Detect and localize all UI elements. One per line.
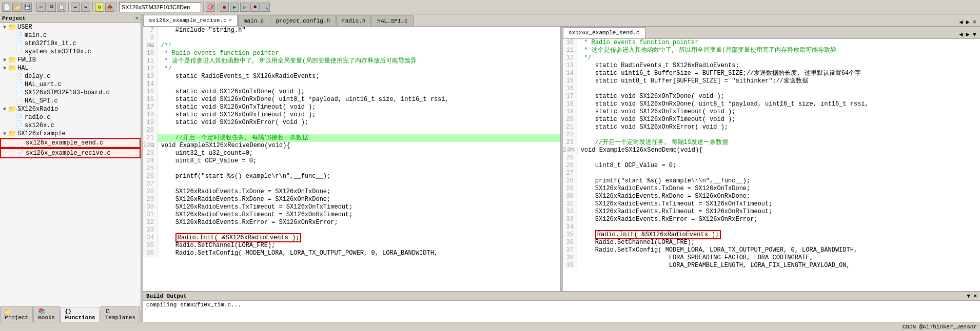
tree-item[interactable]: 📄radio.c — [0, 113, 141, 121]
line-content[interactable]: */ — [158, 65, 560, 73]
editor1-tab-sx126x_example_recive_c[interactable]: sx126x_example_recive.c× — [143, 15, 238, 26]
left-panel-tab-project[interactable]: 📁 Project — [0, 306, 33, 322]
line-content[interactable]: * 这个是传参进入其他函数中了, 所以用全局变量(局部变量使用完了内存释放后可能… — [577, 47, 980, 54]
tree-expand[interactable]: ▼ — [1, 25, 8, 30]
tree-item[interactable]: 📄stm32f10x_it.c — [0, 39, 141, 48]
line-content[interactable]: SX126xRadioEvents.TxDone = SX126xOnTxDon… — [158, 188, 560, 196]
tree-expand[interactable]: ▼ — [1, 107, 8, 112]
line-content[interactable]: * Radio events function pointer — [158, 50, 560, 57]
toolbar-icon-redo[interactable]: ↪ — [81, 3, 90, 12]
line-content[interactable]: void ExampleSX126xReciveDemo(void){ — [158, 142, 560, 150]
line-content[interactable]: SX126xRadioEvents.RxTimeout = SX126xOnRx… — [158, 211, 560, 219]
line-content[interactable]: static void SX126xOnRxTimeout( void ); — [158, 111, 560, 119]
line-content[interactable] — [577, 85, 980, 93]
line-content[interactable]: printf("start %s() example\r\n",__func__… — [577, 177, 980, 185]
line-content[interactable]: Radio.Init( &SX126xRadioEvents ); — [158, 234, 560, 242]
line-content[interactable]: SX126xRadioEvents.RxDone = SX126xOnRxDon… — [158, 196, 560, 203]
line-content[interactable]: LORA_PREAMBLE_LENGTH, LORA_FIX_LENGTH_PA… — [577, 262, 980, 270]
tree-expand[interactable]: ▼ — [1, 57, 8, 63]
tab-scroll-left[interactable]: ◄ — [957, 19, 964, 26]
editor1-tab-radio_h[interactable]: radio.h — [336, 15, 371, 26]
line-content[interactable]: static void SX126xOnTxTimeout( void ); — [577, 108, 980, 116]
line-content[interactable]: uint8_t OCP_Value = 0; — [577, 162, 980, 170]
toolbar-icon-copy[interactable]: ⧉ — [47, 3, 56, 12]
tree-item[interactable]: 📄SX126xSTM32F103-board.c — [0, 89, 141, 97]
line-content[interactable] — [158, 180, 560, 188]
editor1-tab-hal_spi_c[interactable]: HAL_SPI.c — [371, 15, 413, 26]
line-content[interactable]: SX126xRadioEvents.RxError = SX126xOnRxEr… — [577, 216, 980, 223]
line-content[interactable] — [577, 154, 980, 162]
left-panel-tab-books[interactable]: 📚 Books — [33, 306, 60, 322]
code-area-2[interactable]: 10 * Radio events function pointer11 * 这… — [563, 39, 980, 291]
toolbar-icon-flash[interactable]: ▶ — [230, 3, 239, 12]
left-panel-tab-templates[interactable]: 🗋 Templates — [101, 306, 140, 322]
toolbar-icon-open[interactable]: 📂 — [12, 3, 22, 12]
line-content[interactable]: SX126xRadioEvents.RxTimeout = SX126xOnRx… — [577, 208, 980, 216]
line-content[interactable]: Radio.SetTxConfig( MODEM_LORA, LORA_TX_O… — [577, 246, 980, 254]
tab-close-all[interactable]: × — [971, 19, 978, 26]
project-name-input[interactable]: SX126xSTM32F103C8Den — [119, 2, 201, 12]
tree-expand[interactable]: ▼ — [1, 66, 8, 71]
line-content[interactable]: uint32_t u32_count=0; — [158, 150, 560, 157]
tab-scroll-right[interactable]: ► — [965, 19, 971, 26]
line-content[interactable]: LORA_SPREADING_FACTOR, LORA_CODINGRATE, — [577, 254, 980, 262]
tab-scroll-right2[interactable]: ► — [965, 31, 971, 38]
fold-marker[interactable]: ⊟ — [150, 42, 154, 49]
tree-item[interactable]: ▼📁SX126xRadio — [0, 105, 141, 113]
line-content[interactable]: static RadioEvents_t SX126xRadioEvents; — [158, 73, 560, 80]
left-panel-close[interactable]: × — [135, 15, 139, 22]
editor2-tab-sx126x_example_send_c[interactable]: sx126x_example_send.c — [563, 27, 645, 38]
toolbar-icon-chip[interactable]: ▣ — [220, 3, 229, 12]
editor1-tab-project_config_h[interactable]: project_config.h — [270, 15, 336, 26]
tree-item[interactable]: ▼📁FWLIB — [0, 56, 141, 64]
code-area-1[interactable]: 7 #include "string.h"89⊟/*!10 * Radio ev… — [143, 27, 560, 291]
tree-item[interactable]: 📄HAL_uart.c — [0, 80, 141, 89]
line-content[interactable]: static void SX126xOnRxDone( uint8_t *pay… — [577, 100, 980, 108]
toolbar-icon-new[interactable]: 📄 — [2, 3, 11, 12]
line-content[interactable] — [158, 80, 560, 88]
line-content[interactable] — [158, 165, 560, 173]
line-content[interactable]: * 这个是传参进入其他函数中了, 所以用全局变量(局部变量使用完了内存释放后可能… — [158, 57, 560, 65]
toolbar-icon-build[interactable]: ⚙ — [95, 3, 104, 12]
line-content[interactable]: printf("start %s() example\r\n",__func__… — [158, 173, 560, 180]
line-content[interactable]: uint8_t OCP_Value = 0; — [158, 157, 560, 165]
line-content[interactable]: * Radio events function pointer — [577, 39, 980, 47]
line-content[interactable]: SX126xRadioEvents.TxDone = SX126xOnTxDon… — [577, 185, 980, 193]
fold-marker[interactable]: ⊟ — [570, 147, 574, 154]
line-content[interactable]: Radio.SetChannel(LORA_FRE); — [158, 242, 560, 250]
tab-dropdown2[interactable]: ▼ — [971, 31, 978, 38]
toolbar-icon-save[interactable]: 💾 — [23, 3, 32, 12]
line-content[interactable]: static void SX126xOnRxError( void ); — [158, 119, 560, 127]
line-content[interactable]: static void SX126xOnTxDone( void ); — [158, 88, 560, 96]
tree-item[interactable]: 📄sx126x_example_recive.c — [0, 148, 141, 158]
toolbar-icon-load[interactable]: 📥 — [105, 3, 114, 12]
line-content[interactable]: SX126xRadioEvents.RxError = SX126xOnRxEr… — [158, 219, 560, 226]
line-content[interactable]: Radio.SetTxConfig( MODEM_LORA, LORA_TX_O… — [158, 250, 560, 257]
line-content[interactable] — [158, 34, 560, 42]
line-content[interactable]: //开启一个定时发送任务, 每隔1S发送一条数据 — [577, 139, 980, 147]
line-content[interactable]: /*! — [158, 42, 560, 50]
toolbar-icon-stop[interactable]: ■ — [250, 3, 260, 12]
editor1-tab-main_c[interactable]: main.c — [238, 15, 270, 26]
tree-item[interactable]: 📄sx126x_example_send.c — [0, 138, 141, 148]
tree-item[interactable]: ▼📁USER — [0, 23, 141, 31]
toolbar-icon-target[interactable]: 🎯 — [206, 3, 215, 12]
toolbar-icon-debug[interactable]: ▷ — [240, 3, 249, 12]
tree-item[interactable]: ▼📁SX126xExample — [0, 130, 141, 138]
toolbar-icon-paste[interactable]: 📋 — [57, 3, 66, 12]
tree-item[interactable]: 📄HAL_SPI.c — [0, 97, 141, 105]
line-content[interactable]: */ — [577, 54, 980, 62]
left-panel-tab-functions[interactable]: {} Functions — [60, 307, 100, 322]
line-content[interactable]: SX126xRadioEvents.TxTimeout = SX126xOnTx… — [158, 203, 560, 211]
line-content[interactable]: static void SX126xOnRxDone( uint8_t *pay… — [158, 96, 560, 104]
tree-item[interactable]: 📄main.c — [0, 31, 141, 39]
line-content[interactable]: static uint16_t BufferSize = BUFFER_SIZE… — [577, 70, 980, 77]
tab-close[interactable]: × — [229, 18, 232, 24]
fold-marker[interactable]: ⊟ — [150, 142, 154, 149]
line-content[interactable]: void ExampleSX126xSendDemo(void){ — [578, 147, 980, 154]
line-content[interactable]: static RadioEvents_t SX126xRadioEvents; — [577, 62, 980, 70]
tree-item[interactable]: 📄delay.c — [0, 72, 141, 80]
line-content[interactable] — [158, 127, 560, 134]
line-content[interactable]: SX126xRadioEvents.TxTimeout = SX126xOnTx… — [577, 200, 980, 208]
line-content[interactable] — [577, 131, 980, 139]
